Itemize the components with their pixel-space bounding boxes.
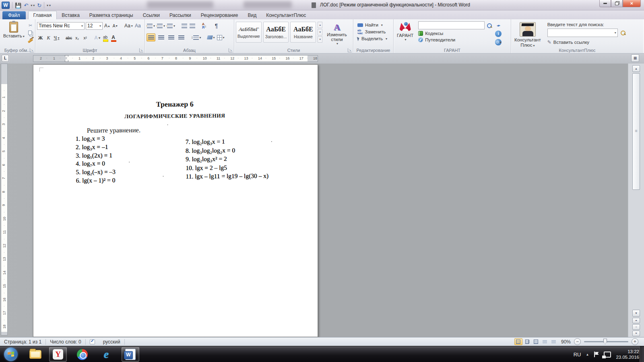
previous-page-icon[interactable]: ⏶ — [632, 318, 640, 323]
select-button[interactable]: Выделить — [357, 36, 389, 41]
clear-formatting-button[interactable]: Аа — [134, 22, 141, 30]
change-case-button[interactable]: Аа — [124, 22, 133, 30]
save-icon[interactable]: 💾 — [15, 2, 21, 8]
align-left-button[interactable] — [147, 33, 155, 41]
zoom-slider[interactable] — [584, 341, 628, 342]
font-name-combobox[interactable]: Times New Rc▾ — [37, 22, 85, 30]
language-indicator[interactable]: русский — [99, 339, 124, 345]
superscript-button[interactable]: х² — [82, 34, 89, 42]
garant-search-icon[interactable] — [487, 23, 492, 28]
align-right-button[interactable] — [167, 33, 175, 41]
garant-guides-button[interactable]: Путеводители — [418, 37, 492, 42]
horizontal-ruler[interactable]: 2·1·1·2·3·4·5·6·7·8·9·10·11·12·13·14·15·… — [33, 55, 318, 62]
full-screen-reading-view-button[interactable] — [523, 338, 531, 345]
underline-button[interactable]: Ч — [53, 34, 60, 42]
network-icon[interactable] — [604, 352, 611, 358]
consultant-search-input[interactable]: ▾ — [547, 29, 618, 37]
paste-button[interactable]: Вставить — [2, 21, 26, 45]
style-card-title[interactable]: АаБбЕ Название — [290, 22, 316, 43]
tab-selector-button[interactable]: L — [2, 55, 9, 62]
style-card-heading[interactable]: АаБбЕ Заголово... — [263, 22, 289, 43]
highlight-color-button[interactable]: ab — [102, 34, 109, 42]
tab-consultantplus[interactable]: КонсультантПлюс — [261, 11, 311, 19]
garant-codes-button[interactable]: Кодексы — [418, 31, 492, 36]
print-layout-view-button[interactable] — [514, 338, 522, 345]
zoom-out-button[interactable]: − — [574, 338, 581, 345]
word-app-icon[interactable]: W — [2, 2, 10, 9]
tab-page-layout[interactable]: Разметка страницы — [85, 11, 138, 19]
show-desktop-button[interactable] — [640, 346, 644, 362]
italic-button[interactable]: К — [45, 34, 52, 42]
insert-link-button[interactable]: ✎Вставить ссылку — [547, 39, 625, 45]
tab-file[interactable]: Файл — [2, 11, 26, 19]
start-button[interactable] — [4, 348, 18, 361]
dialog-launcher-icon[interactable]: ↘ — [139, 48, 143, 52]
scroll-up-icon[interactable]: ▲ — [632, 65, 640, 72]
dialog-launcher-icon[interactable]: ↘ — [348, 48, 352, 52]
styles-scroll-up-icon[interactable]: ▲ — [318, 22, 322, 28]
zoom-in-button[interactable]: + — [632, 338, 638, 345]
numbering-button[interactable] — [157, 22, 165, 30]
language-indicator[interactable]: RU — [574, 352, 581, 358]
garant-web-icon[interactable]: ☉ — [495, 39, 502, 45]
strikethrough-button[interactable]: abc — [65, 34, 72, 42]
proofing-status[interactable] — [86, 339, 99, 344]
tab-review[interactable]: Рецензирование — [196, 11, 243, 19]
justify-button[interactable] — [177, 33, 186, 41]
restore-button[interactable] — [611, 0, 623, 7]
bold-button[interactable]: Ж — [37, 34, 44, 42]
draft-view-button[interactable] — [550, 338, 558, 345]
tab-view[interactable]: Вид — [243, 11, 261, 19]
close-button[interactable]: ✕ — [623, 0, 641, 7]
multilevel-list-button[interactable] — [167, 22, 175, 30]
undo-icon[interactable]: ↶ — [24, 2, 28, 8]
dialog-launcher-icon[interactable]: ↘ — [229, 48, 233, 52]
taskbar-word-button[interactable] — [122, 347, 139, 362]
garant-link-icon[interactable]: ⌁ — [495, 22, 501, 29]
customize-qat-icon[interactable]: ▾ — [47, 4, 51, 7]
minimize-button[interactable] — [599, 0, 611, 7]
zoom-level[interactable]: 90% — [561, 339, 571, 345]
document-page[interactable]: Тренажер 6 ЛОГАРИФМИЧЕСКИЕ УРАВНЕНИЯ Реш… — [33, 64, 318, 337]
tab-insert[interactable]: Вставка — [57, 11, 85, 19]
consultant-search-icon[interactable] — [620, 30, 625, 35]
align-center-button[interactable] — [157, 33, 165, 41]
cut-icon[interactable]: ✂ — [27, 22, 34, 29]
outline-view-button[interactable] — [541, 338, 549, 345]
find-button[interactable]: Найти — [357, 23, 389, 27]
vertical-ruler[interactable]: 1·2·3·4·5·6·7·8·9·10·11·12·13·14·15·16·1… — [1, 64, 8, 335]
change-styles-button[interactable]: A Изменить стили — [322, 22, 351, 46]
styles-gallery-expand-icon[interactable]: ▼ — [318, 36, 322, 43]
bullets-button[interactable] — [147, 22, 155, 30]
ruler-toggle-button[interactable]: ▦ — [631, 54, 639, 62]
font-color-button[interactable]: А — [110, 34, 117, 42]
replace-button[interactable]: abчасЗаменить — [357, 29, 389, 35]
action-center-icon[interactable] — [594, 352, 599, 357]
borders-button[interactable] — [217, 34, 225, 41]
garant-button[interactable]: ГАРАНТ — [395, 21, 415, 45]
font-size-combobox[interactable]: 12▾ — [86, 22, 103, 30]
scrollbar-thumb[interactable] — [632, 73, 640, 190]
consultantplus-button[interactable]: КонсультантПлюс — [513, 21, 543, 49]
page-indicator[interactable]: Страница: 1 из 1 — [0, 339, 45, 345]
show-paragraph-marks-button[interactable]: ¶ — [213, 22, 220, 30]
undo-dropdown-icon[interactable]: ▾ — [31, 4, 35, 7]
garant-search-input[interactable] — [418, 21, 485, 29]
style-card-emphasis[interactable]: АаБбВвГ Выделение — [236, 22, 262, 43]
shrink-font-button[interactable]: А▼ — [112, 22, 119, 30]
taskbar-yandex-button[interactable]: Y — [49, 347, 67, 362]
tab-references[interactable]: Ссылки — [138, 11, 165, 19]
styles-scroll-down-icon[interactable]: ▼ — [318, 29, 322, 35]
taskbar-chrome-button[interactable] — [73, 347, 91, 362]
subscript-button[interactable]: х₂ — [74, 34, 80, 42]
garant-info-icon[interactable]: i — [495, 31, 502, 37]
clock[interactable]: 13:22 23.05.2016 — [616, 349, 639, 360]
decrease-indent-button[interactable] — [181, 22, 188, 30]
redo-icon[interactable]: ↻ — [37, 2, 41, 8]
select-browse-object-icon[interactable]: ○ — [632, 324, 640, 330]
tab-home[interactable]: Главная — [28, 11, 57, 19]
web-layout-view-button[interactable] — [532, 338, 540, 345]
shading-button[interactable] — [207, 34, 215, 41]
copy-icon[interactable] — [27, 30, 34, 36]
taskbar-explorer-button[interactable] — [27, 347, 44, 362]
